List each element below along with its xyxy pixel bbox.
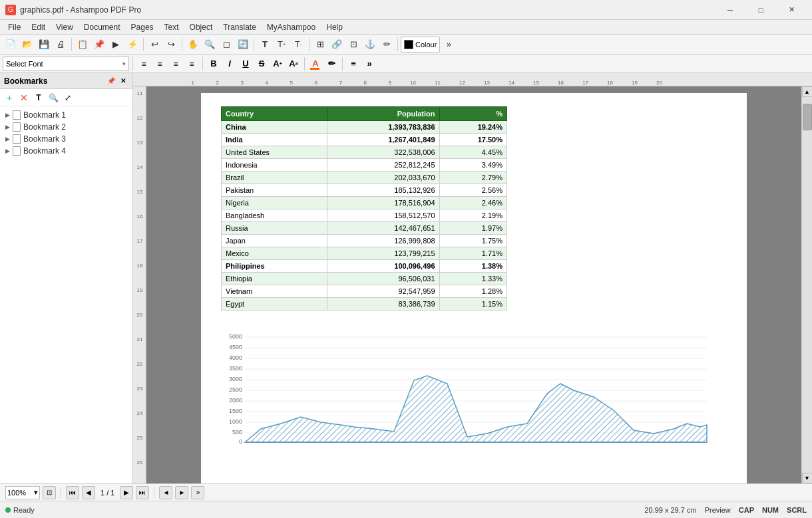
ruler-mark-17: 17 <box>565 80 590 86</box>
flash-button[interactable]: ⚡ <box>124 37 140 53</box>
bookmark-item-2[interactable]: ▶ Bookmark 2 <box>0 121 132 133</box>
vertical-scrollbar[interactable]: ▲ ▼ <box>801 86 812 483</box>
menu-myashampoo[interactable]: MyAshampoo <box>262 20 321 35</box>
next-page-button[interactable]: ▶ <box>120 486 133 499</box>
toolbar2-more[interactable]: » <box>362 57 377 71</box>
underline-button[interactable]: U <box>238 57 253 71</box>
ruler-mark-7: 7 <box>319 80 343 86</box>
line-spacing-button[interactable]: ≡ <box>346 57 361 71</box>
num-indicator: NUM <box>762 506 779 514</box>
align-right-button[interactable]: ≡ <box>168 57 183 71</box>
menu-help[interactable]: Help <box>321 20 348 35</box>
bookmark-text-button[interactable]: T <box>32 91 45 104</box>
pagebar-more-button[interactable]: » <box>191 486 204 499</box>
hand-tool[interactable]: ✋ <box>185 37 201 53</box>
vruler-23: 23 <box>134 385 146 410</box>
scroll-area[interactable]: 11 12 13 14 15 16 17 18 19 20 21 22 23 2… <box>133 86 812 483</box>
menu-file[interactable]: File <box>3 20 26 35</box>
bold-button[interactable]: B <box>206 57 221 71</box>
separator-5 <box>309 38 309 51</box>
fit-button[interactable]: ⊡ <box>43 486 56 499</box>
ruler-mark-1: 1 <box>171 80 196 86</box>
bookmark-page-icon-1 <box>13 110 21 120</box>
bookmark-delete-button[interactable]: ✕ <box>17 91 31 104</box>
align-justify-button[interactable]: ≡ <box>184 57 199 71</box>
close-button[interactable]: ✕ <box>776 0 807 20</box>
subscript-button[interactable]: Aa <box>286 57 301 71</box>
text-tool[interactable]: T <box>257 37 273 53</box>
zoom-tool[interactable]: 🔍 <box>202 37 218 53</box>
svg-text:5000: 5000 <box>229 333 242 340</box>
new-button[interactable]: 📄 <box>3 37 19 53</box>
bookmark-label-2: Bookmark 2 <box>23 122 66 132</box>
cell-population: 322,538,006 <box>327 146 439 159</box>
align-left-button[interactable]: ≡ <box>136 57 151 71</box>
menu-object[interactable]: Object <box>184 20 218 35</box>
ruler-mark-9: 9 <box>368 80 393 86</box>
bookmarks-pin-button[interactable]: 📌 <box>106 76 116 86</box>
strikethrough-button[interactable]: S <box>254 57 269 71</box>
minimize-button[interactable]: ─ <box>715 0 745 20</box>
pdf-area[interactable]: Country Population % China1,393,783,8361… <box>146 86 801 483</box>
clipboard-button[interactable]: 📋 <box>75 37 91 53</box>
scroll-track[interactable] <box>803 97 812 473</box>
font-select[interactable]: Select Font ▾ <box>3 57 129 71</box>
undo-button[interactable]: ↩ <box>146 37 162 53</box>
last-page-button[interactable]: ⏭ <box>136 486 149 499</box>
maximize-button[interactable]: □ <box>745 0 776 20</box>
align-center-button[interactable]: ≡ <box>152 57 167 71</box>
scroll-up-button[interactable]: ▲ <box>802 86 813 97</box>
link-button[interactable]: 🔗 <box>329 37 345 53</box>
separator-6 <box>397 38 398 51</box>
bookmark-next-button[interactable]: ► <box>175 486 188 499</box>
bookmarks-toolbar: + ✕ T 🔍 ⤢ <box>0 89 132 106</box>
bookmark-search-button[interactable]: 🔍 <box>47 91 60 104</box>
pagebar-sep-2 <box>154 487 154 498</box>
bookmark-item-3[interactable]: ▶ Bookmark 3 <box>0 133 132 145</box>
first-page-button[interactable]: ⏮ <box>66 486 79 499</box>
text-color-indicator <box>310 68 319 70</box>
select-tool[interactable]: ◻ <box>218 37 234 53</box>
highlight-button[interactable]: ✏ <box>324 57 339 71</box>
separator-text-1 <box>132 57 133 70</box>
text-add-tool[interactable]: T+ <box>274 37 290 53</box>
superscript-button[interactable]: A+ <box>270 57 285 71</box>
rotate-tool[interactable]: 🔄 <box>235 37 251 53</box>
menu-translate[interactable]: Translate <box>218 20 262 35</box>
bookmark-page-icon-4 <box>13 146 21 156</box>
save-button[interactable]: 💾 <box>36 37 52 53</box>
scroll-thumb[interactable] <box>803 104 812 130</box>
bookmarks-close-button[interactable]: ✕ <box>118 76 128 86</box>
menu-edit[interactable]: Edit <box>26 20 51 35</box>
separator-2 <box>143 38 144 51</box>
scroll-down-button[interactable]: ▼ <box>802 473 813 483</box>
anchor-button[interactable]: ⚓ <box>362 37 378 53</box>
pin-button[interactable]: 📌 <box>91 37 107 53</box>
bookmark-item-4[interactable]: ▶ Bookmark 4 <box>0 145 132 157</box>
menu-pages[interactable]: Pages <box>126 20 159 35</box>
italic-button[interactable]: I <box>222 57 237 71</box>
cell-pct: 19.24% <box>439 121 507 134</box>
text-remove-tool[interactable]: T- <box>290 37 306 53</box>
text-color-button[interactable]: A <box>308 57 323 71</box>
menu-text[interactable]: Text <box>159 20 184 35</box>
print-button[interactable]: 🖨 <box>53 37 69 53</box>
cell-pct: 1.15% <box>439 298 507 311</box>
prev-page-button[interactable]: ◀ <box>82 486 95 499</box>
grid-button[interactable]: ⊞ <box>312 37 328 53</box>
pencil-button[interactable]: ✏ <box>379 37 395 53</box>
colour-button[interactable]: Colour <box>401 37 440 53</box>
bookmark-add-button[interactable]: + <box>3 91 16 104</box>
cell-country: Bangladesh <box>222 209 327 222</box>
play-button[interactable]: ▶ <box>108 37 124 53</box>
open-button[interactable]: 📂 <box>19 37 35 53</box>
bookmark-item-1[interactable]: ▶ Bookmark 1 <box>0 109 132 121</box>
bookmark-prev-button[interactable]: ◄ <box>159 486 172 499</box>
menu-document[interactable]: Document <box>79 20 126 35</box>
redo-button[interactable]: ↪ <box>163 37 179 53</box>
menu-view[interactable]: View <box>51 20 79 35</box>
bookmark-expand-button[interactable]: ⤢ <box>61 91 75 104</box>
toolbar1-more[interactable]: » <box>441 37 457 53</box>
zoom-select[interactable]: 100% ▾ <box>5 486 40 499</box>
frame-button[interactable]: ⊡ <box>345 37 361 53</box>
